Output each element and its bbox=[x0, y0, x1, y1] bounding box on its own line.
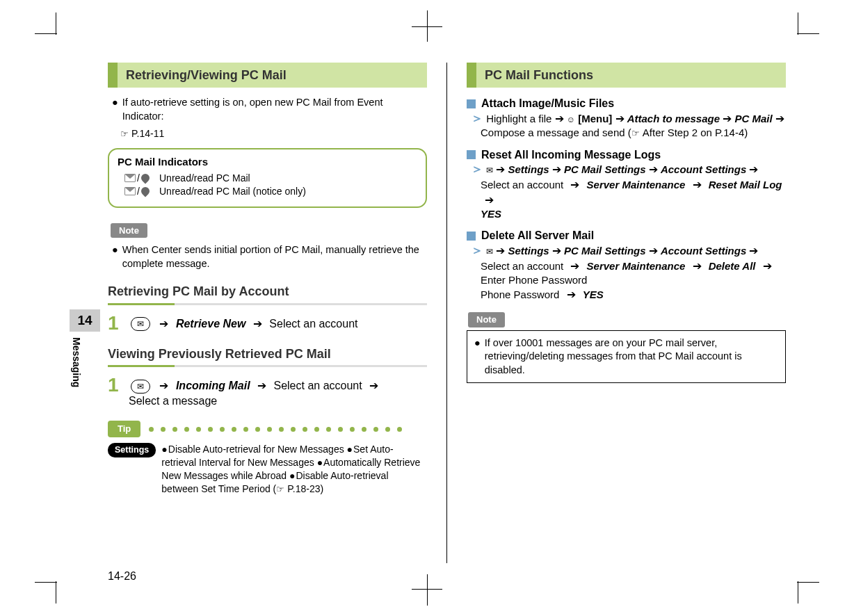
tip-dots-icon bbox=[149, 427, 427, 432]
func-body: ＞ ✉ ➔ Settings ➔ PC Mail Settings ➔ Acco… bbox=[471, 243, 786, 259]
arrow-icon: ➔ bbox=[485, 194, 494, 206]
step-body: ✉ ➔ Retrieve New ➔ Select an account bbox=[129, 314, 358, 332]
arrow-icon: ➔ bbox=[567, 289, 576, 300]
bullet-icon: ● bbox=[112, 243, 118, 270]
tip-row: Tip bbox=[108, 421, 427, 437]
settings-item-1: Disable Auto-retrieval for New Messages bbox=[161, 444, 346, 455]
menu-servermaint: Server Maintenance bbox=[587, 260, 686, 272]
func-delete-server: Delete All Server Mail bbox=[467, 228, 786, 243]
indicator-label-1: Unread/read PC Mail bbox=[159, 172, 250, 185]
page-ref: P.14-11 bbox=[120, 127, 164, 140]
mail-notice-read-icon bbox=[139, 186, 151, 197]
note-bullet: ● When Center sends initial portion of P… bbox=[112, 243, 427, 270]
note-bullet: ● If over 10001 messages are on your PC … bbox=[474, 337, 778, 378]
chapter-tab: 14 Messaging bbox=[70, 309, 100, 387]
menu-incoming-mail: Incoming Mail bbox=[176, 380, 250, 391]
page-number: 14-26 bbox=[108, 569, 136, 584]
func-title: Delete All Server Mail bbox=[481, 228, 594, 243]
note-box: ● If over 10001 messages are on your PC … bbox=[467, 330, 786, 384]
arrow-icon: ➔ bbox=[159, 380, 168, 391]
func-title: Reset All Incoming Message Logs bbox=[481, 147, 661, 163]
func-title: Attach Image/Music Files bbox=[481, 96, 614, 111]
menu-deleteall: Delete All bbox=[709, 260, 756, 272]
text: Phone Password bbox=[481, 289, 559, 300]
arrow-icon: ➔ bbox=[763, 260, 772, 272]
page-content: 14 Messaging Retrieving/Viewing PC Mail … bbox=[70, 63, 786, 563]
left-column: Retrieving/Viewing PC Mail ● If auto-ret… bbox=[108, 63, 427, 563]
step-body: ✉ ➔ Incoming Mail ➔ Select an account ➔ … bbox=[129, 375, 382, 408]
mail-notice-unread-icon bbox=[124, 187, 136, 195]
subsection-retrieve-by-account: Retrieving PC Mail by Account bbox=[108, 283, 427, 300]
func-cont: YES bbox=[481, 207, 786, 221]
step-number: 1 bbox=[108, 314, 129, 333]
settings-label: Settings bbox=[108, 443, 156, 457]
note-text: When Center sends initial portion of PC … bbox=[122, 243, 427, 270]
func-reset-logs: Reset All Incoming Message Logs bbox=[467, 147, 786, 163]
arrow-icon: ➔ bbox=[253, 318, 262, 330]
mail-unread-icon bbox=[124, 174, 136, 182]
bullet-icon: ● bbox=[474, 337, 481, 378]
section-heading-retrieving: Retrieving/Viewing PC Mail bbox=[108, 63, 427, 88]
arrow-icon: ➔ bbox=[693, 260, 702, 272]
menu-servermaint: Server Maintenance bbox=[587, 179, 686, 191]
step-1a: 1 ✉ ➔ Retrieve New ➔ Select an account bbox=[108, 314, 427, 333]
text: ) bbox=[744, 127, 748, 138]
menu-yes: YES bbox=[583, 289, 604, 300]
func-body: ＞ ✉ ➔ Settings ➔ PC Mail Settings ➔ Acco… bbox=[471, 162, 786, 177]
square-icon bbox=[467, 99, 476, 108]
arrow-icon: ➔ bbox=[257, 380, 266, 391]
step-tail: Select a message bbox=[129, 395, 217, 407]
func-body: ＞ Highlight a file ➔ ☺ [Menu] ➔ Attach t… bbox=[471, 111, 786, 127]
func-cont: Compose a message and send (After Step 2… bbox=[481, 126, 786, 140]
func-cont: Phone Password ➔ YES bbox=[481, 287, 786, 302]
menu-resetmail: Reset Mail Log bbox=[709, 179, 782, 191]
indicator-row-1: / Unread/read PC Mail bbox=[124, 172, 417, 185]
note-text: If over 10001 messages are on your PC ma… bbox=[485, 337, 778, 378]
indicator-row-2: / Unread/read PC Mail (notice only) bbox=[124, 185, 417, 198]
column-divider bbox=[446, 63, 447, 563]
mail-read-icon bbox=[139, 172, 151, 184]
arrow-icon: ➔ bbox=[159, 318, 168, 330]
text: Select an account bbox=[481, 260, 563, 272]
right-column: PC Mail Functions Attach Image/Music Fil… bbox=[467, 63, 786, 563]
settings-ref: P.18-23 bbox=[276, 483, 320, 494]
func-cont: Select an account ➔ Server Maintenance ➔… bbox=[481, 259, 786, 288]
rule-icon bbox=[108, 303, 427, 305]
arrow-icon: ➔ bbox=[369, 380, 378, 391]
subsection-view-retrieved: Viewing Previously Retrieved PC Mail bbox=[108, 346, 427, 362]
settings-body: Disable Auto-retrieval for New Messages … bbox=[161, 443, 427, 496]
note-label: Note bbox=[111, 223, 147, 238]
func-attach-files: Attach Image/Music Files bbox=[467, 96, 786, 111]
arrow-icon: ➔ bbox=[570, 260, 579, 272]
text: Enter Phone Password bbox=[481, 274, 587, 286]
step-tail: Select an account bbox=[269, 318, 357, 330]
settings-close: ) bbox=[321, 483, 324, 494]
mail-key-icon: ✉ bbox=[131, 317, 150, 331]
step-1b: 1 ✉ ➔ Incoming Mail ➔ Select an account … bbox=[108, 375, 427, 408]
menu-retrieve-new: Retrieve New bbox=[176, 318, 246, 330]
intro-bullet: ● If auto-retrieve setting is on, open n… bbox=[112, 96, 427, 123]
square-icon bbox=[467, 232, 476, 241]
section-heading-pc-mail-functions: PC Mail Functions bbox=[467, 63, 786, 88]
ref: After Step 2 on P.14-4 bbox=[631, 127, 745, 138]
step-mid: Select an account bbox=[273, 380, 362, 391]
rule-icon bbox=[108, 365, 427, 367]
arrow-icon: ➔ bbox=[570, 179, 579, 191]
text: Select an account bbox=[481, 179, 563, 191]
intro-text: If auto-retrieve setting is on, open new… bbox=[122, 96, 427, 123]
text: Compose a message and send ( bbox=[481, 127, 631, 138]
tip-label: Tip bbox=[108, 421, 140, 437]
note-label: Note bbox=[468, 312, 505, 327]
func-cont: Select an account ➔ Server Maintenance ➔… bbox=[481, 177, 786, 207]
chapter-label: Messaging bbox=[70, 332, 92, 387]
settings-row: Settings Disable Auto-retrieval for New … bbox=[108, 443, 427, 496]
pc-mail-indicators-box: PC Mail Indicators / Unread/read PC Mail… bbox=[108, 148, 427, 208]
square-icon bbox=[467, 150, 476, 159]
arrow-icon: ➔ bbox=[693, 179, 702, 191]
bullet-icon: ● bbox=[112, 96, 118, 123]
indicators-title: PC Mail Indicators bbox=[118, 155, 417, 169]
menu-yes: YES bbox=[481, 208, 501, 220]
chapter-number: 14 bbox=[70, 309, 100, 332]
mail-key-icon: ✉ bbox=[131, 380, 150, 394]
step-number: 1 bbox=[108, 375, 129, 395]
